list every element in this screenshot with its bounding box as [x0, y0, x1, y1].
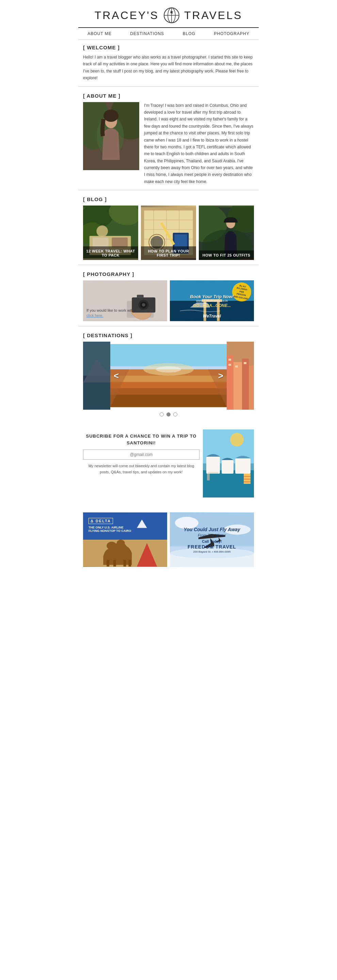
nav-blog[interactable]: BLOG	[183, 31, 196, 36]
photo-right-url: www.mildaltravels.co.in	[190, 299, 234, 302]
slider-arrow-right[interactable]: >	[218, 371, 223, 381]
svg-rect-72	[229, 364, 231, 366]
svg-rect-59	[110, 388, 227, 395]
svg-rect-95	[124, 560, 126, 567]
about-image	[83, 102, 139, 170]
subscribe-description: My newsletter will come out biweekly and…	[83, 463, 199, 475]
subscribe-left: SUBCRIBE FOR A CHANCE TO WIN A TRIP TO S…	[83, 430, 199, 498]
freedom-title: You Could Just Fly Away	[183, 527, 240, 533]
welcome-section: [ WELCOME ] Hello! I am a travel blogger…	[78, 40, 259, 85]
subscribe-email-input[interactable]	[83, 450, 199, 460]
photo-right-title: Book Your Trip Now!	[190, 294, 234, 299]
about-section: [ ABOUT ME ] I'm Trac	[78, 88, 259, 189]
svg-point-91	[107, 542, 117, 550]
ads-grid: Δ DELTA THE ONLY U.S. AIRLINE FLYING NON…	[83, 512, 254, 567]
site-title: TRACEY'S TRAVELS	[82, 6, 255, 24]
svg-rect-52	[83, 382, 110, 410]
main-nav: ABOUT ME DESTINATIONS BLOG PHOTOGRAPHY	[78, 28, 259, 40]
delta-line1: THE ONLY U.S. AIRLINE	[89, 526, 162, 529]
subscribe-image	[203, 430, 254, 498]
globe-icon	[162, 6, 181, 24]
about-image-bg	[83, 102, 139, 170]
blog-card-3-label: HOW TO FIT 25 OUTFITS	[199, 250, 254, 260]
svg-point-92	[117, 540, 125, 546]
photography-card-right: Book Your Trip Now! www.mildaltravels.co…	[170, 280, 254, 321]
blog-card-2[interactable]: HOW TO PLAN YOUR FIRST TRIP!	[141, 205, 196, 260]
svg-point-77	[230, 433, 244, 447]
we-travel-label: WeTravel	[170, 314, 254, 318]
site-header: TRACEY'S TRAVELS	[78, 0, 259, 28]
svg-rect-82	[208, 472, 218, 474]
blog-card-1-label: 12 WEEK TRAVEL: WHAT TO PACK	[83, 247, 138, 260]
blog-card-2-label: HOW TO PLAN YOUR FIRST TRIP!	[141, 247, 196, 260]
blog-section: [ BLOG ] 12 WEEK TRAVEL: WHAT TO PACK	[78, 192, 259, 263]
svg-rect-94	[113, 560, 116, 567]
photography-card-left: If you would like to work with me, pleas…	[83, 280, 167, 321]
svg-rect-69	[242, 359, 249, 410]
slider-dot-2[interactable]	[167, 412, 170, 417]
slider-dot-3[interactable]	[173, 412, 177, 417]
svg-rect-93	[107, 560, 109, 567]
welcome-text: Hello! I am a travel blogger who also wo…	[83, 54, 254, 82]
photography-section: [ PHOTOGRAPHY ] If you would like to wor…	[78, 266, 259, 325]
blog-grid: 12 WEEK TRAVEL: WHAT TO PACK	[83, 205, 254, 260]
svg-rect-68	[234, 362, 242, 410]
blog-card-1[interactable]: 12 WEEK TRAVEL: WHAT TO PACK	[83, 205, 138, 260]
subscribe-title: SUBCRIBE FOR A CHANCE TO WIN A TRIP TO S…	[83, 433, 199, 446]
ads-section: Δ DELTA THE ONLY U.S. AIRLINE FLYING NON…	[78, 504, 259, 570]
about-content: I'm Tracey! I was born and raised in Col…	[83, 102, 254, 185]
svg-rect-60	[110, 395, 227, 407]
svg-point-9	[103, 110, 118, 122]
photography-heading: [ PHOTOGRAPHY ]	[83, 271, 254, 277]
svg-rect-57	[110, 375, 227, 382]
slider-left-peek	[83, 342, 110, 410]
svg-rect-67	[227, 355, 234, 410]
svg-rect-16	[112, 237, 128, 247]
freedom-call: Call Today!	[183, 539, 240, 543]
photo-left-link[interactable]: click here.	[86, 313, 103, 318]
slider-main-image	[110, 342, 227, 410]
about-text: I'm Tracey! I was born and raised in Col…	[144, 102, 254, 185]
delta-logo: Δ DELTA	[89, 518, 113, 524]
svg-point-17	[96, 226, 108, 237]
svg-rect-79	[206, 457, 220, 474]
slider-arrow-left[interactable]: <	[114, 371, 119, 381]
about-heading: [ ABOUT ME ]	[83, 93, 254, 99]
welcome-heading: [ WELCOME ]	[83, 45, 254, 50]
photo-right-sub: GO...GOA...GONE...	[190, 303, 234, 308]
nav-photography[interactable]: PHOTOGRAPHY	[214, 31, 250, 36]
slider-dots	[83, 412, 254, 417]
freedom-subtitle: From The Winter	[183, 533, 240, 537]
svg-rect-70	[249, 366, 254, 410]
svg-rect-80	[222, 460, 234, 474]
ad-delta: Δ DELTA THE ONLY U.S. AIRLINE FLYING NON…	[83, 512, 167, 567]
delta-line2: FLYING NONSTOP TO CAIRO	[89, 529, 162, 533]
destinations-slider: < >	[83, 342, 254, 410]
title-left: TRACEY'S	[95, 9, 159, 22]
svg-rect-42	[137, 295, 144, 298]
photo-grid: If you would like to work with me, pleas…	[83, 280, 254, 321]
freedom-brand: FREEDOM TRAVEL	[183, 544, 240, 550]
svg-rect-96	[128, 560, 131, 567]
slider-dot-1[interactable]	[160, 412, 164, 417]
svg-point-64	[156, 366, 181, 372]
svg-rect-81	[235, 458, 251, 474]
freedom-address: 200 Bayard St. • 406-894-0095	[183, 550, 240, 553]
nav-about[interactable]: ABOUT ME	[87, 31, 111, 36]
svg-rect-73	[235, 366, 238, 368]
svg-point-41	[142, 303, 145, 307]
blog-heading: [ BLOG ]	[83, 196, 254, 202]
slider-right-peek	[227, 342, 254, 410]
destinations-section: [ DESTINATIONS ]	[78, 328, 259, 425]
ad-freedom: You Could Just Fly Away From The Winter …	[170, 512, 254, 567]
subscribe-content: SUBCRIBE FOR A CHANCE TO WIN A TRIP TO S…	[83, 430, 254, 498]
svg-rect-58	[110, 382, 227, 388]
destinations-heading: [ DESTINATIONS ]	[83, 332, 254, 338]
title-right: TRAVELS	[184, 9, 242, 22]
nav-destinations[interactable]: DESTINATIONS	[130, 31, 164, 36]
svg-rect-83	[207, 474, 210, 480]
photo-left-text: If you would like to work with me, pleas…	[86, 308, 153, 312]
svg-rect-71	[229, 359, 231, 361]
blog-card-3[interactable]: HOW TO FIT 25 OUTFITS	[199, 205, 254, 260]
subscribe-section: SUBCRIBE FOR A CHANCE TO WIN A TRIP TO S…	[78, 425, 259, 504]
